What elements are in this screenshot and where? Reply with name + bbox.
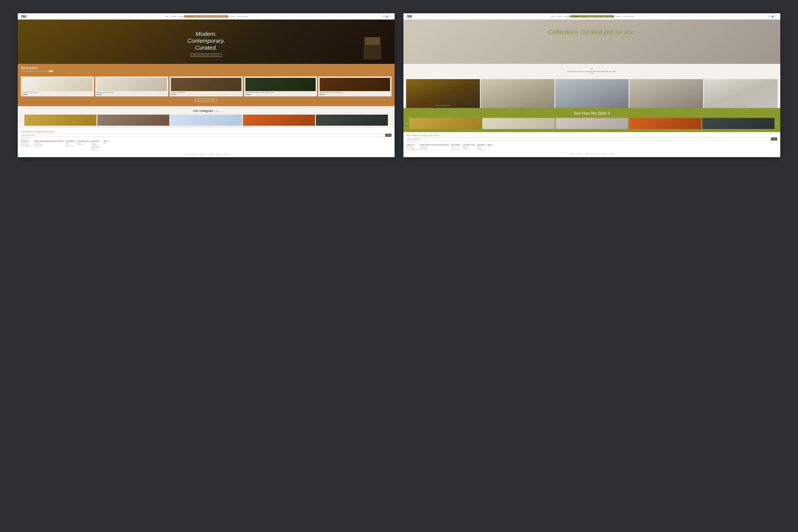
footer-resources-title-2: RESOURCES (477, 144, 485, 146)
product-name-2: MARABA BLACK LEATHER BED (97, 92, 167, 93)
footer-signup-title-1: Know What's Up. Sign Up for Emails. (21, 131, 392, 133)
wishlist-icon-5[interactable]: ♡ (388, 79, 389, 80)
footer-design-2[interactable]: Responsible Design (451, 149, 461, 151)
insta-next-arrow[interactable]: › (389, 119, 392, 122)
nav-collections-2[interactable]: COLLECTIONS (623, 16, 634, 17)
footer-cobrowse-1[interactable]: CO-BROWSE (224, 154, 229, 155)
style-photo-5[interactable] (702, 118, 775, 129)
footer-ship-value-2[interactable]: USA (488, 146, 493, 148)
footer-schedule[interactable]: Schedule Delivery (34, 146, 63, 147)
footer-order-title-1: ORDER TRACKING AND SCHEDULE DELIVERY (34, 140, 63, 142)
footer-blog[interactable]: Style Files Blog (91, 150, 101, 151)
product-card-3: ♡ LENIX 90" LEATHER SOFA $2,799.00 (170, 76, 243, 96)
footer-submit-btn-1[interactable]: Submit (385, 134, 392, 137)
coll-item-5[interactable]: SIMPLE NEUTRALS (704, 79, 778, 108)
hero-headline-1: Modern. Contemporary. Curated. (187, 31, 225, 52)
footer-privacy-link-2[interactable]: PRIVACY POLICY (585, 153, 592, 154)
logo-1[interactable]: CB2 (21, 15, 26, 18)
account-icon-1[interactable]: 👤 (386, 15, 388, 18)
dot-6 (593, 74, 593, 74)
insta-photo-5[interactable] (316, 115, 388, 126)
dot-4 (590, 74, 591, 74)
promo-banner-2: ■ · · · · · · 20% OFF WAREHOUSE SALE STA… (570, 15, 614, 18)
footer-schedule-2[interactable]: Schedule Delivery (420, 149, 449, 151)
cart-icon-2[interactable]: 🛒 (775, 15, 777, 18)
footer-privacy-1: Read our Privacy Policy (21, 138, 392, 139)
style-photo-2[interactable] (482, 118, 555, 129)
product-img-1: ♡ (22, 78, 93, 91)
hero-cta-btn-1[interactable]: WARM CONTEMPORARY COLLECTION (191, 54, 222, 57)
coll-item-1[interactable]: WARM CONTEMPORARY (406, 79, 480, 108)
nav-office-1[interactable]: OFFICE (171, 16, 177, 17)
insta-photo-3[interactable] (170, 115, 242, 126)
footer-copyright-1: ©2023 CB2 (183, 154, 188, 155)
see-full-collection-btn[interactable]: SEE FULL COLLECTION (195, 99, 217, 102)
coll-label-2: MODERN MINIMALIST (511, 105, 524, 106)
insta-prev-arrow[interactable]: ‹ (21, 119, 23, 122)
footer-manage-acct[interactable]: Manage Account (77, 144, 89, 145)
footer-site-index-1[interactable]: SITE INDEX (209, 154, 213, 155)
dot-3 (593, 69, 593, 69)
footer-shipping-2[interactable]: Shipping Information (477, 149, 485, 151)
product-price-4: $1,349.00 (245, 94, 316, 95)
footer-ship-col-1: SHIP TO USA (103, 140, 109, 151)
footer-ad-choices-1[interactable]: AD CHOICES (216, 154, 221, 155)
footer-terms-2[interactable]: TERMS OF USE (576, 153, 583, 154)
footer-ad-choices-2[interactable]: AD CHOICES (601, 153, 607, 154)
style-photo-4[interactable] (629, 118, 701, 129)
product-name-1: STRATO 80" BOUCLE SOFA (22, 92, 93, 93)
footer-site-index-2[interactable]: SITE INDEX (594, 153, 599, 154)
search-icon-1[interactable]: 🔍 (383, 15, 385, 18)
coll-item-3[interactable]: COOL CONTEMPORARY (555, 79, 629, 108)
insta-photo-1[interactable] (24, 115, 96, 126)
footer-resources-col-2: RESOURCES Account Return Policy Shipping… (477, 144, 485, 151)
nav-office-2[interactable]: OFFICE (557, 16, 563, 17)
footer-email-input-1[interactable] (21, 134, 384, 137)
promo-dots-2: ■ · · · · · · (572, 16, 578, 17)
footer-company-title-2: OUR COMPANY (451, 144, 461, 146)
footer-submit-btn-2[interactable]: Submit (771, 137, 777, 140)
nav-rugs-2[interactable]: RUGS (617, 16, 621, 17)
nav-bar-1: CB2 ■ · · · · · · 30% OFF WAREHOUSE SALE… (18, 13, 395, 19)
wishlist-icon-1[interactable]: ♡ (91, 79, 92, 80)
style-photo-3[interactable] (556, 118, 628, 129)
wishlist-icon-3[interactable]: ♡ (239, 79, 241, 80)
footer-company-col-2: OUR COMPANY About Us Careers Responsible… (451, 144, 461, 151)
footer-order-title-2: ORDER TRACKING AND SCHEDULE DELIVERY (420, 144, 449, 146)
footer-privacy-link-1[interactable]: PRIVACY POLICY (199, 154, 206, 155)
insta-photo-4[interactable] (243, 115, 315, 126)
footer-terms-1[interactable]: TERMS OF USE (190, 154, 197, 155)
nav-new-1[interactable]: NEW (166, 16, 169, 17)
product-name-5: RED OVAL BLACK WOOD STORAGE DESK (320, 92, 390, 93)
search-icon-2[interactable]: 🔍 (768, 15, 771, 18)
footer-cobrowse-2[interactable]: CO-BROWSE (609, 153, 615, 154)
coll-item-2[interactable]: MODERN MINIMALIST (480, 79, 554, 108)
footer-signup-2: Know What's Up. Sign Up for Emails. Subm… (406, 134, 777, 142)
nav-new-2[interactable]: NEW (551, 16, 555, 17)
footer-email-input-2[interactable] (406, 137, 770, 140)
cart-icon-1[interactable]: 🛒 (389, 15, 392, 18)
style-prev-arrow[interactable]: ‹ (406, 122, 408, 125)
nav-bar-2: CB2 ■ · · · · · · 20% OFF WAREHOUSE SALE… (403, 13, 780, 19)
coll-item-4[interactable]: MODERN FARMHOUSE (629, 79, 703, 108)
account-icon-2[interactable]: 👤 (772, 15, 774, 18)
insta-photo-2[interactable] (97, 115, 169, 126)
footer-1: Know What's Up. Sign Up for Emails. Subm… (18, 128, 395, 157)
footer-manage-2[interactable]: Manage Account (463, 148, 475, 149)
nav-rugs-1[interactable]: RUGS (231, 16, 235, 17)
instagram-title-row: Our Instagram #CB2 (21, 109, 392, 113)
product-img-5: ♡ (320, 78, 390, 91)
logo-2[interactable]: CB2 (406, 15, 412, 18)
style-photo-1[interactable] (409, 118, 481, 129)
nav-collections-1[interactable]: COLLECTIONS (238, 16, 248, 17)
product-img-4: ♡ (245, 78, 316, 91)
footer-email-row-1: Submit (21, 134, 392, 137)
collections-dots (407, 69, 777, 69)
footer-ship-value-1[interactable]: USA (103, 142, 109, 144)
wishlist-icon-2[interactable]: ♡ (165, 79, 166, 80)
footer-design[interactable]: Responsible Design (65, 146, 75, 147)
hero-section-1: Modern. Contemporary. Curated. WARM CONT… (18, 19, 395, 64)
footer-cols-2: CONTACT US Customer Service Stores and L… (406, 144, 777, 151)
wishlist-icon-4[interactable]: ♡ (314, 79, 315, 80)
style-next-arrow[interactable]: › (775, 122, 777, 125)
